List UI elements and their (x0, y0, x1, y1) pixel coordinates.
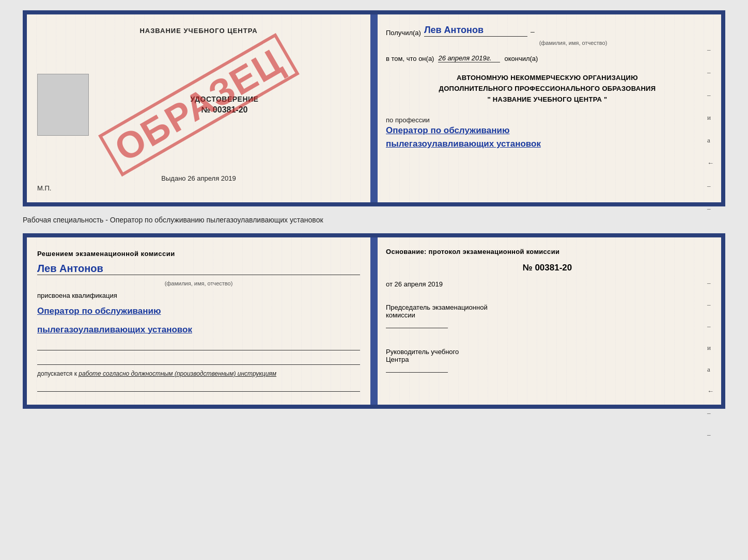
dash-a: а (707, 136, 714, 145)
recipient-label: Получил(а) (386, 29, 421, 37)
org-line1: АВТОНОМНУЮ НЕКОММЕРЧЕСКУЮ ОРГАНИЗАЦИЮ (386, 73, 709, 84)
rukovoditel-block: Руководитель учебного Центра (386, 348, 709, 375)
допускается-line: допускается к работе согласно должностны… (37, 370, 360, 377)
dash-arrow: ← (707, 159, 714, 167)
issued-label: Выдано (161, 174, 185, 182)
recipient-dash: – (531, 27, 535, 36)
cert-left-page: НАЗВАНИЕ УЧЕБНОГО ЦЕНТРА УДОСТОВЕРЕНИЕ №… (27, 14, 371, 202)
bottom-left-page: Решением экзаменационной комиссии Лев Ан… (27, 237, 371, 405)
qualification-label: присвоена квалификация (37, 292, 360, 299)
document-container: НАЗВАНИЕ УЧЕБНОГО ЦЕНТРА УДОСТОВЕРЕНИЕ №… (23, 10, 725, 409)
bdash-1: – (707, 279, 714, 287)
issued-date: 26 апреля 2019 (188, 174, 236, 182)
cert-right-page: Получил(а) Лев Антонов – (фамилия, имя, … (371, 14, 721, 202)
bdash-4: – (707, 409, 714, 417)
date-suffix: окончил(а) (504, 55, 538, 62)
rukovoditel-sig-line (386, 363, 448, 373)
blank-line-2 (37, 356, 360, 365)
date-value: 26 апреля 2019г. (438, 54, 500, 62)
dash-1: – (707, 45, 714, 54)
blank-line-1 (37, 341, 360, 350)
bdash-5: – (707, 430, 714, 439)
book-spine (370, 14, 378, 202)
protocol-date-value: 26 апреля 2019 (395, 280, 443, 288)
right-dashes: – – – и а ← – – (707, 45, 714, 213)
bdash-3: – (707, 322, 714, 330)
cert-middle-text: УДОСТОВЕРЕНИЕ № 00381-20 (89, 90, 360, 120)
recipient-line: Получил(а) Лев Антонов – (386, 25, 709, 37)
org-line3: " НАЗВАНИЕ УЧЕБНОГО ЦЕНТРА " (386, 94, 709, 105)
bottom-right-page: Основание: протокол экзаменационной коми… (371, 237, 721, 405)
osnование-label: Основание: протокол экзаменационной коми… (386, 248, 709, 255)
mp-label: М.П. (37, 184, 51, 192)
org-block: АВТОНОМНУЮ НЕКОММЕРЧЕСКУЮ ОРГАНИЗАЦИЮ ДО… (386, 73, 709, 105)
recipient-name: Лев Антонов (424, 25, 527, 37)
cert-main-area: УДОСТОВЕРЕНИЕ № 00381-20 ОБРАЗЕЦ (37, 40, 360, 169)
bdash-a: а (707, 365, 714, 374)
bottom-certificate-book: Решением экзаменационной комиссии Лев Ан… (23, 233, 725, 409)
protocol-date-prefix: от (386, 280, 393, 288)
cert-title: НАЗВАНИЕ УЧЕБНОГО ЦЕНТРА (139, 27, 257, 35)
допускается-value: работе согласно должностным (производств… (79, 370, 276, 377)
protocol-number: № 00381-20 (386, 263, 709, 273)
predsedatel-sig-line (386, 319, 448, 328)
date-prefix: в том, что он(а) (386, 55, 434, 62)
qualification-value-2: пылегазоулавливающих установок (37, 323, 360, 337)
predsedatel-label-1: Председатель экзаменационной (386, 303, 709, 311)
rukovoditel-label-2: Центра (386, 356, 709, 363)
org-line2: ДОПОЛНИТЕЛЬНОГО ПРОФЕССИОНАЛЬНОГО ОБРАЗО… (386, 84, 709, 94)
predsedatel-label-2: комиссии (386, 311, 709, 319)
udostoverenie-label: УДОСТОВЕРЕНИЕ (191, 95, 259, 103)
dash-5: – (707, 204, 714, 213)
profession-value-2: пылегазоулавливающих установок (386, 137, 709, 151)
dash-3: – (707, 91, 714, 99)
cert-photo (37, 74, 89, 136)
bottom-name-subtitle: (фамилия, имя, отчество) (37, 280, 360, 286)
protocol-date: от 26 апреля 2019 (386, 280, 709, 288)
date-line: в том, что он(а) 26 апреля 2019г. окончи… (386, 54, 709, 62)
bottom-name: Лев Антонов (37, 263, 360, 275)
cert-number: № 00381-20 (201, 105, 248, 115)
top-certificate-book: НАЗВАНИЕ УЧЕБНОГО ЦЕНТРА УДОСТОВЕРЕНИЕ №… (23, 10, 725, 206)
predsedatel-block: Председатель экзаменационной комиссии (386, 303, 709, 330)
dash-2: – (707, 68, 714, 76)
допускается-prefix: допускается к (37, 370, 77, 377)
profession-value-1: Оператор по обслуживанию (386, 124, 709, 137)
rukovoditel-label-1: Руководитель учебного (386, 348, 709, 356)
decision-label: Решением экзаменационной комиссии (37, 250, 360, 258)
separator-text: Рабочая специальность - Оператор по обсл… (23, 213, 323, 227)
profession-block: по профессии Оператор по обслуживанию пы… (386, 116, 709, 150)
bdash-i: и (707, 344, 714, 352)
blank-line-3 (37, 382, 360, 392)
right-dashes-bottom: – – – и а ← – – (707, 279, 714, 439)
profession-label: по профессии (386, 116, 709, 124)
qualification-value-1: Оператор по обслуживанию (37, 305, 360, 318)
recipient-subtitle: (фамилия, имя, отчество) (438, 40, 709, 46)
cert-issued-line: Выдано 26 апреля 2019 (161, 174, 236, 182)
bdash-arrow: ← (707, 387, 714, 395)
bdash-2: – (707, 300, 714, 309)
dash-4: – (707, 182, 714, 190)
dash-i: и (707, 114, 714, 122)
bottom-book-spine (370, 237, 378, 405)
